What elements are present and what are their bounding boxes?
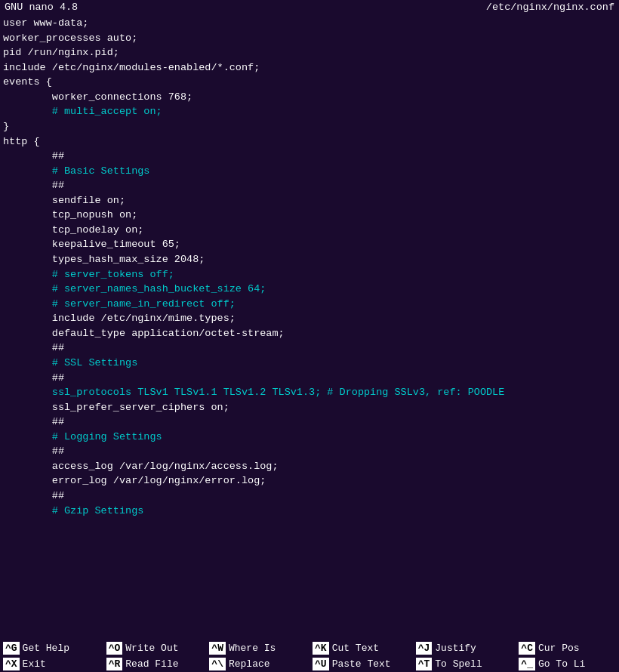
- editor-line: worker_processes auto;: [3, 31, 616, 46]
- editor-line: tcp_nopush on;: [3, 208, 616, 223]
- editor-line: # Logging Settings: [3, 430, 616, 445]
- shortcut-label: Paste Text: [332, 658, 391, 670]
- shortcut-label: Cur Pos: [538, 643, 580, 654]
- editor-line: access_log /var/log/nginx/access.log;: [3, 459, 616, 474]
- shortcut-label: Exit: [23, 658, 46, 670]
- editor-line: # server_name_in_redirect off;: [3, 297, 616, 312]
- editor-line: events {: [3, 75, 616, 90]
- shortcut-key: ^_: [519, 658, 535, 670]
- shortcut-label: Justify: [435, 643, 476, 654]
- file-path: /etc/nginx/nginx.conf: [486, 2, 614, 13]
- shortcut-label: Where Is: [229, 643, 276, 654]
- editor-line: ##: [3, 341, 616, 356]
- shortcut-key: ^G: [3, 642, 20, 655]
- app-title: GNU nano 4.8: [5, 2, 78, 13]
- shortcut-label: Read File: [125, 658, 178, 670]
- shortcut-key: ^O: [106, 642, 123, 655]
- editor-line: }: [3, 119, 616, 134]
- editor-line: sendfile on;: [3, 193, 616, 208]
- shortcut-item[interactable]: ^_Go To Li: [516, 656, 619, 672]
- shortcut-key: ^X: [3, 658, 20, 670]
- editor-line: keepalive_timeout 65;: [3, 237, 616, 252]
- shortcut-key: ^T: [416, 658, 433, 670]
- editor-line: ##: [3, 444, 616, 459]
- editor-line: tcp_nodelay on;: [3, 223, 616, 238]
- shortcut-row-2: ^XExit^RRead File^\Replace^UPaste Text^T…: [0, 656, 619, 672]
- shortcut-key: ^J: [416, 642, 433, 655]
- shortcut-item[interactable]: ^RRead File: [103, 656, 207, 672]
- shortcut-item[interactable]: ^GGet Help: [0, 640, 103, 656]
- editor-line: # multi_accept on;: [3, 104, 616, 119]
- shortcut-item[interactable]: ^UPaste Text: [310, 656, 413, 672]
- editor-line: ##: [3, 415, 616, 430]
- shortcut-label: Write Out: [125, 643, 178, 654]
- title-bar: GNU nano 4.8 /etc/nginx/nginx.conf: [0, 0, 619, 14]
- shortcut-key: ^U: [313, 658, 329, 670]
- editor-line: ssl_protocols TLSv1 TLSv1.1 TLSv1.2 TLSv…: [3, 385, 616, 400]
- editor-line: ssl_prefer_server_ciphers on;: [3, 400, 616, 415]
- shortcut-label: Get Help: [23, 643, 69, 654]
- shortcut-item[interactable]: ^CCur Pos: [516, 640, 619, 656]
- shortcut-label: Replace: [229, 658, 270, 670]
- editor-line: error_log /var/log/nginx/error.log;: [3, 473, 616, 489]
- shortcut-key: ^\: [209, 658, 226, 670]
- editor-line: types_hash_max_size 2048;: [3, 252, 616, 267]
- shortcut-key: ^R: [106, 658, 123, 670]
- editor-line: # Basic Settings: [3, 164, 616, 179]
- shortcut-item[interactable]: ^WWhere Is: [206, 640, 310, 656]
- shortcut-label: Go To Li: [538, 658, 585, 670]
- editor-area[interactable]: user www-data;worker_processes auto;pid …: [0, 14, 619, 640]
- shortcut-key: ^W: [209, 642, 226, 655]
- editor-line: # Gzip Settings: [3, 504, 616, 519]
- editor-line: # server_names_hash_bucket_size 64;: [3, 282, 616, 297]
- shortcut-item[interactable]: ^JJustify: [413, 640, 516, 656]
- shortcut-label: To Spell: [435, 658, 482, 670]
- shortcut-item[interactable]: ^TTo Spell: [413, 656, 516, 672]
- editor-line: include /etc/nginx/modules-enabled/*.con…: [3, 60, 616, 76]
- shortcut-item[interactable]: ^KCut Text: [310, 640, 413, 656]
- shortcut-row-1: ^GGet Help^OWrite Out^WWhere Is^KCut Tex…: [0, 640, 619, 656]
- editor-line: ##: [3, 371, 616, 386]
- shortcut-key: ^K: [313, 642, 329, 655]
- editor-line: ##: [3, 149, 616, 164]
- shortcut-item[interactable]: ^\Replace: [206, 656, 310, 672]
- shortcut-item[interactable]: ^XExit: [0, 656, 103, 672]
- editor-line: ##: [3, 489, 616, 504]
- shortcut-item[interactable]: ^OWrite Out: [103, 640, 207, 656]
- bottom-bar: ^GGet Help^OWrite Out^WWhere Is^KCut Tex…: [0, 640, 619, 672]
- shortcut-label: Cut Text: [332, 643, 379, 654]
- editor-line: # SSL Settings: [3, 356, 616, 371]
- editor-line: include /etc/nginx/mime.types;: [3, 311, 616, 326]
- editor-line: # server_tokens off;: [3, 267, 616, 282]
- editor-line: http {: [3, 134, 616, 150]
- editor-line: worker_connections 768;: [3, 90, 616, 105]
- editor-line: ##: [3, 178, 616, 193]
- editor-line: user www-data;: [3, 16, 616, 31]
- shortcut-key: ^C: [519, 642, 535, 655]
- editor-line: default_type application/octet-stream;: [3, 326, 616, 341]
- editor-line: pid /run/nginx.pid;: [3, 45, 616, 60]
